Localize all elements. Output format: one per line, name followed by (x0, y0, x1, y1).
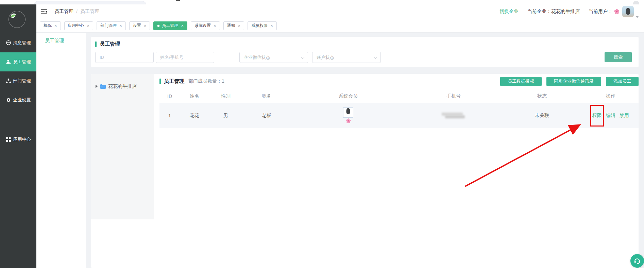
cell-system-member (290, 107, 406, 123)
gear-icon (6, 97, 11, 103)
chevron-down-icon (301, 55, 305, 58)
sidebar-item-company-settings[interactable]: 企业设置 (0, 90, 36, 110)
add-employee-button[interactable]: 添加员工 (606, 77, 639, 86)
tab-label: 部门管理 (100, 23, 117, 29)
close-icon[interactable]: × (214, 23, 216, 28)
chevron-down-icon (374, 55, 377, 58)
breadcrumb-separator: / (76, 9, 78, 14)
switch-company-link[interactable]: 切换企业 (499, 9, 519, 15)
collapse-menu-icon[interactable] (41, 9, 47, 14)
customer-service-button[interactable] (630, 254, 644, 268)
sidebar-item-messages[interactable]: 消息管理 (0, 33, 36, 52)
sidebar-nav: 消息管理 员工管理 部门管理 企业设置 (0, 33, 36, 149)
cell-id: 1 (159, 113, 180, 118)
sidebar-item-label: 员工管理 (13, 59, 31, 65)
sync-wechat-contacts-button[interactable]: 同步企业微信通讯录 (546, 77, 601, 86)
browser-address-pill (34, 1, 146, 4)
table-row: 1 花花 男 老板 未关联 权限 编辑 禁用 (159, 103, 639, 128)
breadcrumb-level1[interactable]: 员工管理 (54, 9, 73, 15)
id-input[interactable] (95, 52, 154, 63)
table-title: 员工管理 (164, 78, 184, 85)
close-icon[interactable]: × (238, 23, 241, 28)
sidebar-item-label: 部门管理 (13, 78, 31, 84)
filter-card: 员工管理 企业微信状态 账户状态 搜索 (91, 37, 639, 67)
tab-label: 成员权限 (251, 23, 268, 29)
search-button[interactable]: 搜索 (605, 52, 632, 62)
sidebar-item-departments[interactable]: 部门管理 (0, 71, 36, 90)
col-header-name: 姓名 (180, 93, 209, 99)
tab-notifications[interactable]: 通知× (223, 21, 244, 30)
user-avatar[interactable] (622, 6, 634, 17)
tab-label: 概况 (44, 23, 52, 29)
tree-expand-caret-icon[interactable] (96, 85, 98, 88)
header-bar: 员工管理 / 员工管理 切换企业 当前企业：花花的牛排店 当前用户： (36, 4, 644, 19)
page-title: 员工管理 (100, 41, 120, 47)
company-logo (9, 11, 26, 28)
sidebar-item-label: 企业设置 (13, 97, 31, 103)
apps-icon (6, 137, 11, 142)
member-avatar[interactable] (343, 107, 353, 118)
edit-link[interactable]: 编辑 (606, 113, 615, 119)
user-dropdown-caret-icon[interactable] (636, 16, 639, 18)
folder-icon (100, 84, 106, 89)
member-count-label: 部门成员数量：1 (188, 78, 224, 84)
employee-icon (6, 59, 11, 65)
active-dot-icon (157, 24, 159, 27)
tab-overview[interactable]: 概况× (40, 21, 61, 30)
sidebar-item-label: 消息管理 (13, 40, 31, 46)
department-tree-panel: 花花的牛排店 (91, 74, 154, 219)
permission-link[interactable]: 权限 (592, 113, 602, 118)
main-content: 员工管理 企业微信状态 账户状态 搜索 花花的牛排店 (86, 33, 644, 268)
app-root: 消息管理 员工管理 部门管理 企业设置 (0, 0, 644, 268)
col-header-gender: 性别 (209, 93, 243, 99)
sidebar-item-app-center[interactable]: 应用中心 (0, 130, 36, 149)
col-header-actions: 操作 (583, 93, 639, 99)
sidebar-item-label: 应用中心 (13, 136, 31, 143)
member-count-text: 部门成员数量： (188, 78, 222, 84)
wechat-status-select[interactable]: 企业微信状态 (239, 52, 308, 63)
tab-app-center[interactable]: 应用中心× (64, 21, 94, 30)
chat-icon (6, 40, 11, 46)
tree-node-label[interactable]: 花花的牛排店 (108, 83, 137, 89)
tab-member-permissions[interactable]: 成员权限× (248, 21, 277, 30)
current-user-text: 当前用户： (589, 9, 612, 15)
sidebar-item-employees[interactable]: 员工管理 (0, 52, 36, 71)
submenu-item-employees[interactable]: 员工管理 (36, 33, 86, 48)
col-header-phone: 手机号 (406, 93, 501, 99)
select-placeholder: 企业微信状态 (244, 54, 270, 61)
filter-card-title: 员工管理 (95, 41, 120, 47)
annotation-red-box: 权限 (590, 113, 604, 119)
cell-status: 未关联 (501, 113, 583, 119)
tab-label: 设置 (133, 23, 141, 29)
data-authorize-button[interactable]: 员工数据授权 (500, 77, 542, 86)
close-icon[interactable]: × (119, 23, 122, 28)
tab-departments[interactable]: 部门管理× (97, 21, 126, 30)
close-icon[interactable]: × (144, 23, 147, 28)
close-icon[interactable]: × (54, 23, 57, 28)
tab-label: 应用中心 (68, 23, 84, 29)
member-count-value: 1 (222, 78, 224, 84)
sidebar: 消息管理 员工管理 部门管理 企业设置 (0, 4, 36, 268)
tab-settings[interactable]: 设置× (129, 21, 150, 30)
close-icon[interactable]: × (270, 23, 273, 28)
employee-table-region: 员工管理 部门成员数量：1 员工数据授权 同步企业微信通讯录 添加员工 ID 姓… (159, 74, 639, 268)
browser-profile-circle (633, 1, 639, 4)
tab-system-settings[interactable]: 系统设置× (191, 21, 220, 30)
col-header-status: 状态 (501, 93, 583, 99)
tree-node-root[interactable]: 花花的牛排店 (91, 74, 154, 89)
disable-link[interactable]: 禁用 (620, 113, 629, 119)
close-icon[interactable]: × (87, 23, 90, 28)
col-header-member: 系统会员 (290, 93, 406, 99)
cell-gender: 男 (209, 113, 243, 119)
col-header-position: 职务 (243, 93, 290, 99)
left-submenu: 员工管理 (36, 33, 86, 268)
breadcrumb-level2: 员工管理 (80, 9, 99, 15)
tab-employees-active[interactable]: 员工管理× (153, 21, 187, 30)
cell-position: 老板 (243, 113, 290, 119)
cell-phone (406, 112, 501, 119)
account-status-select[interactable]: 账户状态 (312, 52, 381, 63)
tab-label: 系统设置 (194, 23, 211, 29)
tab-label: 通知 (227, 23, 235, 29)
name-phone-input[interactable] (156, 52, 214, 63)
close-icon[interactable]: × (181, 23, 184, 28)
